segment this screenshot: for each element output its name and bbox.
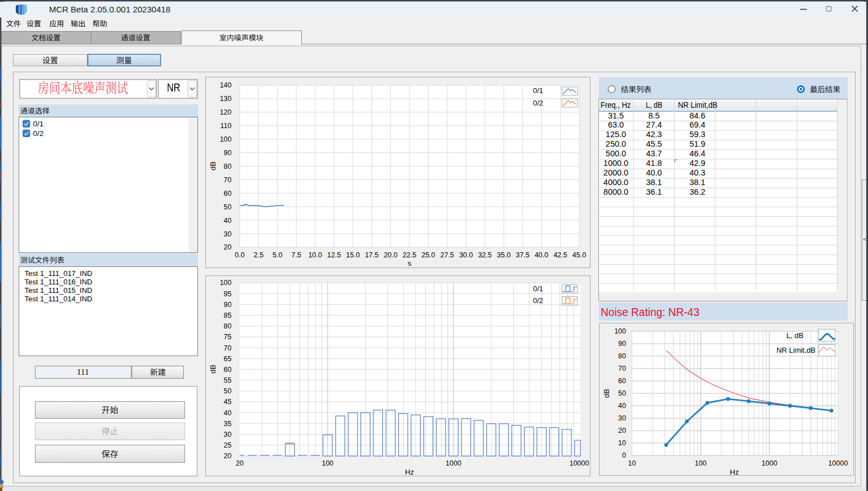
svg-text:60: 60 — [224, 366, 232, 374]
svg-text:38.1: 38.1 — [689, 178, 705, 187]
svg-text:MCR Beta 2.05.0.001 20230418: MCR Beta 2.05.0.001 20230418 — [49, 5, 170, 14]
svg-text:46.4: 46.4 — [689, 149, 705, 158]
svg-text:L, dB: L, dB — [646, 100, 663, 109]
svg-text:100: 100 — [695, 459, 707, 467]
svg-text:25.0: 25.0 — [421, 251, 435, 259]
svg-text:40: 40 — [224, 217, 232, 225]
svg-text:25: 25 — [224, 441, 232, 449]
svg-text:5.0: 5.0 — [272, 251, 282, 259]
svg-text:10: 10 — [628, 459, 636, 467]
svg-text:0/1: 0/1 — [533, 284, 543, 293]
svg-text:65: 65 — [224, 355, 232, 363]
svg-text:55: 55 — [224, 376, 232, 384]
svg-text:NR: NR — [167, 81, 180, 94]
svg-text:20.0: 20.0 — [384, 251, 397, 259]
svg-text:35.0: 35.0 — [497, 251, 510, 259]
svg-text:15.0: 15.0 — [346, 251, 360, 259]
svg-text:110: 110 — [221, 122, 232, 130]
svg-text:32.5: 32.5 — [478, 251, 492, 259]
svg-text:45.5: 45.5 — [646, 139, 662, 148]
svg-text:31.5: 31.5 — [608, 111, 624, 120]
svg-text:30: 30 — [224, 230, 232, 238]
svg-text:22.5: 22.5 — [403, 251, 416, 259]
svg-text:20: 20 — [224, 243, 232, 251]
svg-text:63.0: 63.0 — [608, 120, 624, 129]
svg-text:140: 140 — [220, 81, 232, 89]
svg-text:30: 30 — [224, 431, 232, 439]
svg-text:36.2: 36.2 — [689, 187, 705, 196]
svg-text:1000: 1000 — [761, 459, 777, 467]
svg-text:90: 90 — [224, 149, 232, 157]
svg-text:0.0: 0.0 — [235, 251, 244, 259]
svg-text:42.3: 42.3 — [646, 130, 662, 139]
svg-text:80: 80 — [224, 322, 232, 330]
svg-text:50: 50 — [618, 389, 626, 397]
svg-text:7.5: 7.5 — [292, 251, 301, 259]
svg-text:20: 20 — [618, 427, 626, 435]
svg-text:84.6: 84.6 — [689, 111, 705, 120]
svg-text:8.5: 8.5 — [648, 111, 659, 120]
svg-text:Test 1_111_015_IND: Test 1_111_015_IND — [25, 286, 92, 295]
svg-text:35: 35 — [224, 420, 232, 428]
svg-text:10000: 10000 — [829, 459, 848, 467]
svg-text:50: 50 — [224, 387, 232, 395]
svg-text:40.0: 40.0 — [646, 168, 662, 177]
svg-text:100: 100 — [614, 327, 626, 335]
svg-text:40.0: 40.0 — [535, 251, 548, 259]
svg-text:38.1: 38.1 — [646, 178, 662, 187]
svg-text:51.9: 51.9 — [689, 139, 705, 148]
svg-text:27.5: 27.5 — [440, 251, 454, 259]
svg-text:100: 100 — [220, 135, 232, 143]
svg-text:Test 1_111_017_IND: Test 1_111_017_IND — [25, 269, 92, 278]
svg-text:40: 40 — [224, 409, 232, 417]
svg-text:100: 100 — [220, 279, 232, 287]
svg-text:30.0: 30.0 — [459, 251, 473, 259]
svg-text:40: 40 — [618, 402, 626, 410]
svg-text:250.0: 250.0 — [606, 139, 626, 148]
svg-text:42.5: 42.5 — [553, 251, 567, 259]
svg-text:41.8: 41.8 — [646, 159, 662, 168]
svg-text:NR Limit,dB: NR Limit,dB — [777, 346, 816, 354]
svg-text:10000: 10000 — [570, 459, 589, 467]
svg-text:50: 50 — [224, 203, 232, 211]
svg-text:12.5: 12.5 — [327, 251, 341, 259]
svg-text:Test 1_111_014_IND: Test 1_111_014_IND — [25, 295, 92, 303]
svg-text:27.4: 27.4 — [646, 120, 662, 129]
svg-text:2000.0: 2000.0 — [603, 168, 628, 177]
svg-text:70: 70 — [224, 176, 232, 184]
svg-text:20: 20 — [236, 459, 244, 467]
svg-text:90: 90 — [224, 301, 232, 309]
svg-text:45: 45 — [224, 398, 232, 406]
svg-text:130: 130 — [220, 95, 232, 103]
svg-text:80: 80 — [618, 352, 626, 360]
svg-text:2.5: 2.5 — [254, 251, 263, 259]
svg-text:<: < — [863, 236, 866, 242]
svg-text:Noise Rating: NR-43: Noise Rating: NR-43 — [601, 305, 699, 318]
svg-text:90: 90 — [618, 340, 626, 348]
svg-text:10.0: 10.0 — [309, 251, 322, 259]
svg-text:Test 1_111_016_IND: Test 1_111_016_IND — [25, 278, 92, 286]
svg-text:0/1: 0/1 — [33, 120, 44, 128]
svg-text:60: 60 — [224, 190, 232, 198]
svg-text:dB: dB — [209, 161, 217, 170]
svg-text:1000: 1000 — [446, 459, 461, 467]
svg-text:L, dB: L, dB — [786, 331, 803, 340]
svg-text:17.5: 17.5 — [365, 251, 378, 259]
svg-text:dB: dB — [209, 365, 217, 374]
svg-text:4000.0: 4000.0 — [603, 178, 628, 187]
svg-text:s: s — [408, 259, 412, 268]
svg-text:Hz: Hz — [730, 468, 739, 476]
svg-text:111: 111 — [77, 367, 89, 376]
svg-text:Hz: Hz — [405, 468, 414, 476]
svg-text:59.3: 59.3 — [689, 130, 705, 139]
svg-text:70: 70 — [224, 344, 232, 352]
svg-text:0/2: 0/2 — [533, 99, 543, 107]
svg-text:10: 10 — [618, 439, 626, 447]
svg-text:69.4: 69.4 — [689, 120, 705, 129]
svg-text:36.1: 36.1 — [646, 187, 662, 196]
svg-text:0/1: 0/1 — [533, 86, 543, 95]
svg-text:70: 70 — [618, 365, 626, 372]
svg-text:NR Limit,dB: NR Limit,dB — [678, 100, 717, 109]
svg-text:20: 20 — [224, 452, 232, 460]
svg-text:Freq., Hz: Freq., Hz — [601, 100, 631, 109]
